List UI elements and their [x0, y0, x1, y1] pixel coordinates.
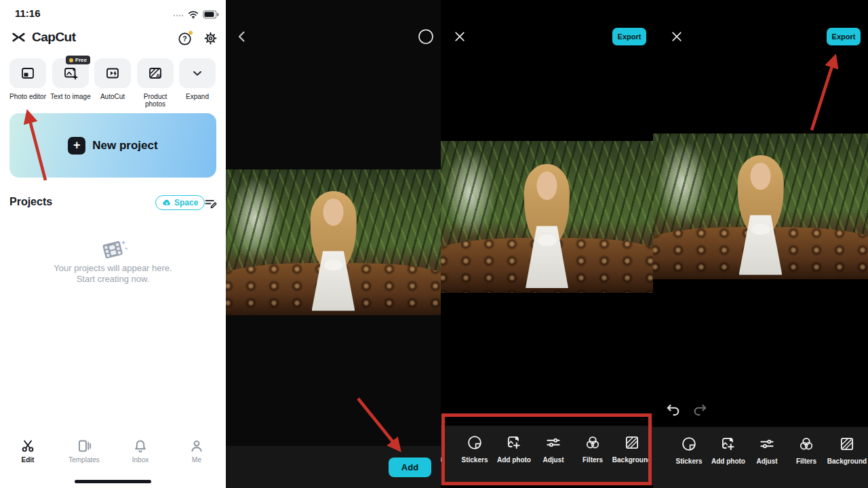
tool-label: Photo editor	[5, 93, 50, 100]
panel-editor-export: Export	[653, 0, 868, 488]
notification-dot	[189, 30, 193, 35]
battery-icon	[203, 10, 220, 19]
nav-edit[interactable]: Edit	[7, 438, 48, 464]
toolbar-partial-label: s	[441, 455, 443, 463]
home-indicator	[75, 480, 151, 483]
tool-label: Product photos	[133, 93, 178, 108]
editor-canvas-photo[interactable]	[441, 141, 653, 293]
tool-product-photos[interactable]: AI	[137, 58, 174, 88]
wifi-icon	[187, 9, 199, 19]
photo-thumbnail[interactable]	[226, 169, 441, 315]
tool-label: AutoCut	[90, 93, 135, 100]
plus-icon: +	[68, 137, 85, 155]
product-photos-icon: AI	[147, 65, 163, 81]
select-circle-icon[interactable]	[418, 28, 434, 45]
free-badge: Free	[66, 56, 90, 64]
cloud-upload-icon	[162, 199, 172, 207]
editor-toolbar: es Stickers Add photo	[653, 427, 868, 488]
close-icon[interactable]	[453, 30, 467, 43]
tool-label: Text to image	[48, 93, 93, 100]
toolbar-background[interactable]: Background	[612, 434, 652, 464]
bell-icon	[132, 438, 149, 454]
close-icon[interactable]	[670, 30, 684, 43]
toolbar-stickers[interactable]: Stickers	[454, 434, 495, 464]
adjust-sliders-icon	[758, 435, 776, 453]
editor-canvas-photo[interactable]	[653, 134, 868, 279]
person-icon	[189, 438, 205, 454]
settings-gear-icon[interactable]	[203, 30, 218, 46]
add-button[interactable]: Add	[389, 458, 431, 477]
film-reel-icon	[96, 233, 130, 266]
help-icon[interactable]: ?	[178, 30, 193, 46]
tool-expand[interactable]	[179, 58, 216, 88]
status-time: 11:16	[15, 7, 41, 19]
panel-home: 11:16 CapCut	[0, 0, 226, 488]
svg-text:?: ?	[182, 35, 186, 43]
tool-label: Expand	[175, 93, 220, 100]
photo-subject	[294, 191, 372, 310]
capcut-logo: CapCut	[9, 30, 76, 45]
autocut-icon	[104, 65, 121, 81]
space-button[interactable]: Space	[155, 195, 205, 210]
status-icons	[173, 9, 220, 19]
toolbar-add-photo[interactable]: Add photo	[494, 434, 534, 464]
editor-toolbar: s Stickers Add photo	[441, 426, 653, 485]
nav-me[interactable]: Me	[176, 438, 217, 464]
filters-icon	[584, 434, 601, 451]
panel-photo-picker: Add	[226, 0, 441, 488]
redo-icon[interactable]	[691, 401, 709, 419]
svg-text:AI: AI	[156, 73, 161, 78]
projects-title: Projects	[9, 196, 52, 208]
stickers-icon	[466, 434, 484, 451]
empty-state-line2: Start creating now.	[0, 274, 226, 284]
empty-state-line1: Your projects will appear here.	[0, 263, 226, 273]
export-button[interactable]: Export	[612, 28, 646, 45]
capcut-logo-icon	[9, 30, 28, 45]
free-dot-icon	[69, 58, 73, 62]
toolbar-stickers[interactable]: Stickers	[669, 435, 709, 465]
manage-projects-icon[interactable]	[203, 196, 218, 210]
undo-icon[interactable]	[665, 401, 682, 419]
text-to-image-icon	[62, 65, 79, 81]
export-button[interactable]: Export	[827, 28, 861, 45]
toolbar-add-photo[interactable]: Add photo	[708, 435, 749, 465]
background-icon	[838, 435, 856, 453]
add-photo-icon	[505, 434, 523, 451]
new-project-button[interactable]: + New project	[9, 113, 216, 178]
toolbar-partial-item[interactable]: es	[653, 435, 663, 465]
nav-templates[interactable]: Templates	[64, 438, 104, 464]
tool-photo-editor[interactable]	[9, 58, 46, 88]
photo-editor-icon	[20, 65, 36, 81]
toolbar-filters[interactable]: Filters	[572, 434, 613, 464]
stickers-icon	[680, 435, 698, 453]
back-chevron-icon[interactable]	[234, 28, 250, 45]
tool-autocut[interactable]	[94, 58, 131, 88]
app-title: CapCut	[32, 30, 76, 45]
templates-icon	[76, 438, 92, 454]
toolbar-adjust[interactable]: Adjust	[533, 434, 574, 464]
add-photo-icon	[719, 435, 737, 453]
cellular-icon	[173, 10, 184, 18]
toolbar-adjust[interactable]: Adjust	[747, 435, 787, 465]
toolbar-background[interactable]: Background	[827, 435, 867, 465]
nav-inbox[interactable]: Inbox	[120, 438, 161, 464]
filters-icon	[797, 435, 815, 453]
chevron-down-icon	[189, 65, 205, 81]
toolbar-filters[interactable]: Filters	[786, 435, 827, 465]
capcut-screenshot: 11:16 CapCut	[0, 0, 868, 488]
panel-editor-toolbar: Export s Stickers	[441, 0, 653, 488]
scissors-icon	[20, 438, 36, 454]
background-icon	[623, 434, 641, 451]
adjust-sliders-icon	[545, 434, 562, 451]
